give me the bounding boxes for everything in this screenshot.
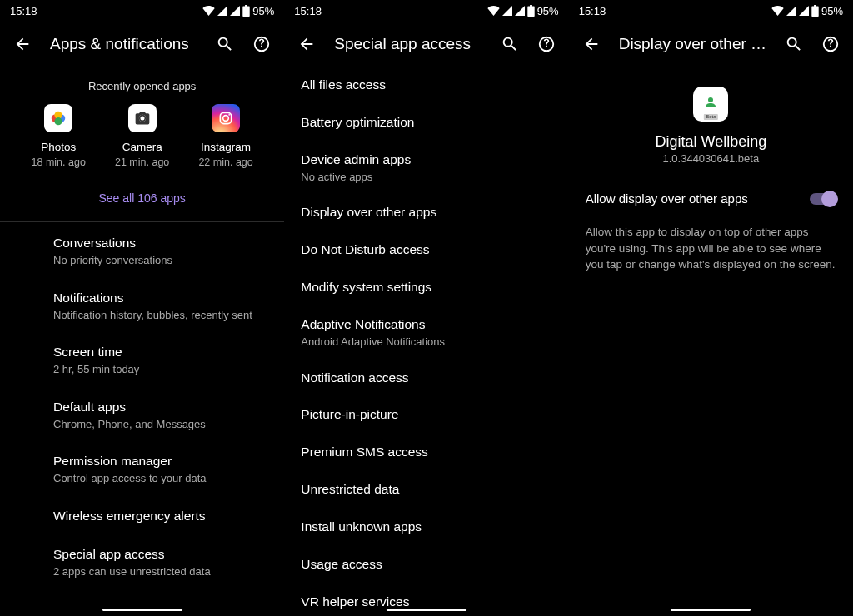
divider <box>0 221 284 222</box>
home-indicator[interactable] <box>671 609 751 611</box>
recent-app-camera[interactable]: Camera 21 min. ago <box>105 104 180 168</box>
setting-subtitle: No active apps <box>301 170 553 185</box>
setting-title: Picture-in-picture <box>301 406 553 424</box>
back-button[interactable] <box>292 30 321 58</box>
clock: 15:18 <box>579 5 606 17</box>
help-circle-icon <box>252 35 271 53</box>
settings-item[interactable]: Screen time2 hr, 55 min today <box>0 333 284 387</box>
content-area[interactable]: Recently opened apps Photos 18 min. ago … <box>0 67 284 616</box>
help-circle-icon <box>537 35 556 53</box>
settings-item[interactable]: Premium SMS access <box>284 434 568 471</box>
help-button[interactable] <box>247 30 276 58</box>
recent-app-photos[interactable]: Photos 18 min. ago <box>21 104 96 168</box>
settings-item[interactable]: Do Not Disturb access <box>284 231 568 269</box>
wifi-icon <box>202 6 215 16</box>
setting-subtitle: Notification history, bubbles, recently … <box>53 308 269 323</box>
wifi-icon <box>487 6 500 16</box>
setting-subtitle: 2 apps can use unrestricted data <box>53 564 269 579</box>
app-sublabel: 21 min. ago <box>115 156 169 168</box>
settings-item[interactable]: Install unknown apps <box>284 509 568 546</box>
home-indicator[interactable] <box>387 609 466 611</box>
svg-point-5 <box>223 116 229 122</box>
setting-title: Default apps <box>53 399 269 416</box>
signal-icon <box>502 6 512 16</box>
setting-title: Premium SMS access <box>301 444 553 461</box>
search-button[interactable] <box>496 30 524 58</box>
battery-icon <box>811 5 819 17</box>
battery-pct: 95% <box>252 5 274 17</box>
allow-display-toggle[interactable]: Allow display over other apps <box>569 180 853 217</box>
app-label: Camera <box>122 141 162 154</box>
see-all-apps-link[interactable]: See all 106 apps <box>0 175 284 221</box>
back-button[interactable] <box>577 30 606 58</box>
settings-item[interactable]: Display over other apps <box>284 194 568 231</box>
search-icon <box>785 35 803 53</box>
setting-title: Notification access <box>301 370 553 387</box>
status-bar: 15:18 95% <box>569 0 853 22</box>
signal-icon-2 <box>230 6 240 16</box>
camera-app-icon <box>128 104 157 132</box>
setting-title: Usage access <box>301 556 553 574</box>
battery-pct: 95% <box>821 5 843 17</box>
photos-app-icon <box>44 104 72 132</box>
settings-item[interactable]: NotificationsNotification history, bubbl… <box>0 279 284 333</box>
arrow-back-icon <box>582 35 601 53</box>
settings-item[interactable]: Usage access <box>284 546 568 584</box>
signal-icon <box>786 6 796 16</box>
app-bar: Special app access <box>284 22 568 67</box>
status-bar: 15:18 95% <box>284 0 568 22</box>
setting-title: Permission manager <box>53 453 269 470</box>
search-button[interactable] <box>211 30 239 58</box>
setting-title: Wireless emergency alerts <box>53 508 269 525</box>
settings-item[interactable]: Wireless emergency alerts <box>0 497 284 536</box>
help-button[interactable] <box>816 30 845 58</box>
setting-title: All files access <box>301 77 553 94</box>
svg-point-3 <box>55 117 62 125</box>
setting-title: Notifications <box>53 290 269 307</box>
setting-title: Adaptive Notifications <box>301 316 553 334</box>
setting-subtitle: Chrome, Phone, and Messages <box>53 417 269 432</box>
home-indicator[interactable] <box>102 609 182 611</box>
recent-apps-heading: Recently opened apps <box>0 67 284 104</box>
settings-item[interactable]: Battery optimization <box>284 104 568 142</box>
settings-item[interactable]: Special app access2 apps can use unrestr… <box>0 535 284 589</box>
settings-item[interactable]: Modify system settings <box>284 269 568 306</box>
content-area[interactable]: All files accessBattery optimizationDevi… <box>284 67 568 616</box>
page-title: Special app access <box>334 35 486 53</box>
settings-item[interactable]: All files access <box>284 67 568 104</box>
status-icons: 95% <box>487 5 559 17</box>
setting-title: Do Not Disturb access <box>301 241 553 259</box>
app-bar: Display over other a… <box>569 22 853 67</box>
instagram-app-icon <box>212 104 240 132</box>
setting-title: Special app access <box>53 546 269 564</box>
settings-item[interactable]: Notification access <box>284 360 568 397</box>
setting-title: Display over other apps <box>301 204 553 221</box>
settings-item[interactable]: Default appsChrome, Phone, and Messages <box>0 388 284 442</box>
settings-item[interactable]: Unrestricted data <box>284 471 568 509</box>
app-detail-name: Digital Wellbeing <box>655 133 766 151</box>
app-label: Photos <box>41 141 76 154</box>
settings-item[interactable]: Adaptive NotificationsAndroid Adaptive N… <box>284 306 568 359</box>
app-label: Instagram <box>201 141 251 154</box>
permission-description: Allow this app to display on top of othe… <box>569 217 853 280</box>
settings-item[interactable]: Picture-in-picture <box>284 396 568 434</box>
back-button[interactable] <box>8 30 37 58</box>
content-area[interactable]: Beta Digital Wellbeing 1.0.344030641.bet… <box>569 67 853 616</box>
signal-icon <box>217 6 227 16</box>
toggle-label: Allow display over other apps <box>586 191 748 206</box>
app-bar: Apps & notifications <box>0 22 284 67</box>
signal-icon-2 <box>515 6 525 16</box>
setting-subtitle: Control app access to your data <box>53 471 269 486</box>
settings-item[interactable]: Permission managerControl app access to … <box>0 442 284 496</box>
help-button[interactable] <box>532 30 561 58</box>
recent-app-instagram[interactable]: Instagram 22 min. ago <box>188 104 263 168</box>
search-button[interactable] <box>780 30 808 58</box>
settings-item[interactable]: VR helper services <box>284 584 568 616</box>
status-icons: 95% <box>771 5 843 17</box>
settings-item[interactable]: ConversationsNo priority conversations <box>0 224 284 278</box>
toggle-switch[interactable] <box>810 193 836 205</box>
beta-badge: Beta <box>704 114 717 120</box>
wifi-icon <box>771 6 784 16</box>
setting-subtitle: Android Adaptive Notifications <box>301 335 553 350</box>
settings-item[interactable]: Device admin appsNo active apps <box>284 142 568 194</box>
